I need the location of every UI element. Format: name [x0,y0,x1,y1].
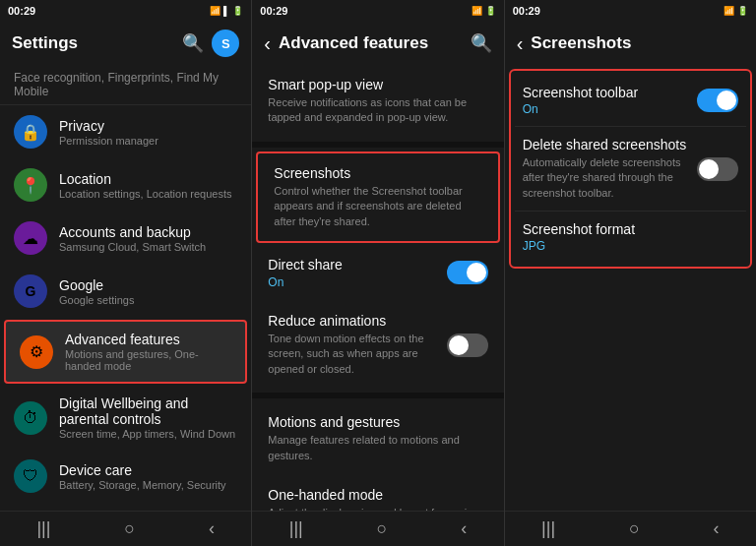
settings-panel: 00:29 📶 ▌ 🔋 Settings 🔍 S Face recognitio… [0,0,251,546]
smart-popup-title: Smart pop-up view [268,77,487,92]
sidebar-item-google[interactable]: G Google Google settings [0,265,251,318]
back-arrow-2[interactable]: ‹ [264,32,271,55]
screenshots-header-title: Screenshots [531,33,744,53]
menu-button-1[interactable]: ||| [21,515,66,543]
direct-share-item[interactable]: Direct share On [252,245,503,301]
sidebar-item-privacy[interactable]: 🔒 Privacy Permission manager [0,105,251,158]
divider-1 [252,142,503,148]
google-subtitle: Google settings [59,294,237,306]
accounts-title: Accounts and backup [59,224,237,240]
sidebar-item-devicecare[interactable]: 🛡 Device care Battery, Storage, Memory, … [0,450,251,503]
status-bar-3: 00:29 📶 🔋 [505,0,756,22]
motions-title: Motions and gestures [268,414,487,430]
sidebar-item-digitalwellbeing[interactable]: ⏱ Digital Wellbeing and parental control… [0,386,251,450]
battery-icon-3: 🔋 [737,6,748,16]
smart-popup-desc: Receive notifications as icons that can … [268,95,487,126]
search-icon-2[interactable]: 🔍 [471,32,492,54]
menu-button-3[interactable]: ||| [526,515,571,543]
sidebar-item-advanced[interactable]: ⚙ Advanced features Motions and gestures… [4,320,247,384]
devicecare-title: Device care [59,462,237,478]
screenshot-toolbar-thumb [717,91,736,110]
direct-share-thumb [467,263,486,282]
back-button-3[interactable]: ‹ [698,515,735,543]
sidebar-item-apps[interactable]: ⋮⋮ Apps Default apps, Permission manager [0,503,251,511]
smart-popup-item[interactable]: Smart pop-up view Receive notifications … [252,65,503,138]
wifi-icon: 📶 [210,6,220,16]
wifi-icon-3: 📶 [724,6,734,16]
settings-title: Settings [12,33,174,53]
screenshots-panel: 00:29 📶 🔋 ‹ Screenshots Screenshot toolb… [504,0,756,546]
reduce-animations-toggle[interactable] [447,334,488,357]
direct-share-toggle[interactable] [447,261,488,284]
avatar[interactable]: S [212,30,239,57]
motions-desc: Manage features related to motions and g… [268,433,487,463]
home-button-1[interactable]: ○ [108,515,151,543]
screenshots-content: Screenshot toolbar On Delete shared scre… [505,65,756,511]
back-button-1[interactable]: ‹ [193,515,230,543]
settings-list: Face recognition, Fingerprints, Find My … [0,65,251,511]
advanced-title: Advanced features [65,332,231,347]
devicecare-subtitle: Battery, Storage, Memory, Security [59,479,237,491]
screenshot-format-item[interactable]: Screenshot format JPG [515,212,746,263]
status-bar-2: 00:29 📶 🔋 [252,0,503,22]
motions-item[interactable]: Motions and gestures Manage features rel… [252,402,503,475]
digitalwellbeing-title: Digital Wellbeing and parental controls [59,395,237,427]
screenshot-toolbar-title: Screenshot toolbar [523,85,697,100]
status-icons-2: 📶 🔋 [472,6,496,16]
privacy-subtitle: Permission manager [59,135,237,147]
battery-icon: 🔋 [232,6,243,16]
advanced-header: ‹ Advanced features 🔍 [252,22,503,65]
location-icon: 📍 [14,168,47,202]
delete-shared-toggle[interactable] [697,157,738,181]
advanced-features-panel: 00:29 📶 🔋 ‹ Advanced features 🔍 Smart po… [251,0,503,546]
location-title: Location [59,171,237,187]
digitalwellbeing-icon: ⏱ [14,401,47,435]
screenshot-toolbar-status: On [523,102,697,116]
reduce-animations-thumb [449,335,469,355]
advanced-subtitle: Motions and gestures, One-handed mode [65,348,231,372]
home-button-3[interactable]: ○ [613,515,656,543]
battery-icon-2: 🔋 [485,6,496,16]
status-time-3: 00:29 [513,5,540,17]
bottom-nav-3: ||| ○ ‹ [505,511,756,546]
one-handed-item[interactable]: One-handed mode Adjust the display size … [252,475,503,511]
direct-share-title: Direct share [268,257,446,273]
truncated-item: Face recognition, Fingerprints, Find My … [0,65,251,105]
reduce-animations-desc: Tone down motion effects on the screen, … [268,332,446,377]
delete-shared-title: Delete shared screenshots [523,137,697,152]
advanced-header-title: Advanced features [279,33,463,53]
status-time-1: 00:29 [8,5,35,17]
advanced-list: Smart pop-up view Receive notifications … [252,65,503,511]
privacy-icon: 🔒 [14,115,47,149]
menu-button-2[interactable]: ||| [274,515,319,543]
screenshots-header: ‹ Screenshots [505,22,756,65]
status-time-2: 00:29 [260,5,287,17]
delete-shared-thumb [699,159,719,179]
screenshots-highlighted-section: Screenshot toolbar On Delete shared scre… [509,69,752,269]
screenshot-format-value: JPG [523,239,738,253]
screenshot-toolbar-item[interactable]: Screenshot toolbar On [515,75,746,127]
accounts-icon: ☁ [14,221,47,255]
screenshot-format-title: Screenshot format [523,221,738,237]
screenshot-toolbar-toggle[interactable] [697,89,738,112]
reduce-animations-item[interactable]: Reduce animations Tone down motion effec… [252,301,503,389]
privacy-title: Privacy [59,118,237,134]
status-icons-3: 📶 🔋 [724,6,748,16]
home-button-2[interactable]: ○ [361,515,404,543]
one-handed-title: One-handed mode [268,487,487,503]
sidebar-item-location[interactable]: 📍 Location Location settings, Location r… [0,158,251,212]
settings-header: Settings 🔍 S [0,22,251,65]
bottom-nav-2: ||| ○ ‹ [252,511,503,546]
divider-2 [252,393,503,398]
delete-shared-item[interactable]: Delete shared screenshots Automatically … [515,127,746,212]
screenshots-desc: Control whether the Screenshot toolbar a… [274,184,481,229]
sidebar-item-accounts[interactable]: ☁ Accounts and backup Samsung Cloud, Sma… [0,212,251,265]
search-icon[interactable]: 🔍 [182,32,204,54]
back-button-2[interactable]: ‹ [445,515,482,543]
screenshots-item[interactable]: Screenshots Control whether the Screensh… [256,152,499,243]
digitalwellbeing-subtitle: Screen time, App timers, Wind Down [59,428,237,440]
back-arrow-3[interactable]: ‹ [517,32,524,55]
google-title: Google [59,277,237,293]
signal-icon: ▌ [223,6,229,16]
screenshots-title: Screenshots [274,165,481,181]
